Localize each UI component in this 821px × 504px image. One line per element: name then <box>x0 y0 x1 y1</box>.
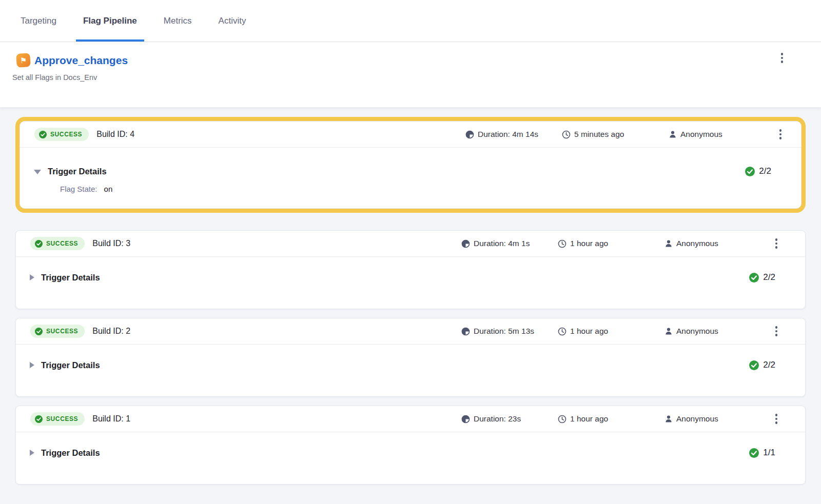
status-label: SUCCESS <box>46 328 78 335</box>
caret-icon[interactable] <box>34 170 41 174</box>
status-badge: SUCCESS <box>30 237 85 250</box>
build-time: 1 hour ago <box>558 318 608 344</box>
page-title[interactable]: Approve_changes <box>34 54 128 67</box>
duration-icon <box>461 327 470 336</box>
tab-label: Metrics <box>164 16 192 26</box>
tab-activity[interactable]: Activity <box>211 0 253 42</box>
build-card-body: Trigger Details 2/2 <box>16 345 805 396</box>
time-ago-label: 1 hour ago <box>570 239 608 248</box>
build-card: SUCCESS Build ID: 4 Duration: 4m 14s 5 m… <box>19 121 802 209</box>
user-label: Anonymous <box>676 327 718 336</box>
user-icon <box>664 415 673 423</box>
count-label: 1/1 <box>763 448 775 458</box>
flag-state-label: Flag State: <box>60 185 97 193</box>
user-icon <box>664 327 673 335</box>
duration-label: Duration: 4m 14s <box>478 130 538 139</box>
build-time: 5 minutes ago <box>562 122 624 147</box>
trigger-details-toggle[interactable]: Trigger Details 2/2 <box>30 271 775 284</box>
status-badge: SUCCESS <box>30 325 85 338</box>
build-user: Anonymous <box>669 122 722 147</box>
build-duration: Duration: 4m 14s <box>465 122 538 147</box>
count-check-icon <box>749 448 759 458</box>
build-card-header: SUCCESS Build ID: 3 Duration: 4m 1s 1 ho… <box>16 231 805 257</box>
count-check-icon <box>749 360 759 370</box>
build-card: SUCCESS Build ID: 1 Duration: 23s 1 hour… <box>15 406 806 485</box>
caret-icon[interactable] <box>30 362 34 368</box>
build-time: 1 hour ago <box>558 406 608 432</box>
count-label: 2/2 <box>763 360 775 370</box>
stage-count-badge: 2/2 <box>745 166 771 176</box>
trigger-details-toggle[interactable]: Trigger Details 2/2 <box>34 165 771 177</box>
count-check-icon <box>749 273 759 283</box>
time-ago-label: 1 hour ago <box>570 327 608 336</box>
user-label: Anonymous <box>676 239 718 248</box>
user-icon <box>664 239 673 248</box>
build-card-body: Trigger Details 2/2 <box>16 257 805 309</box>
pipeline-header: ⚑ Approve_changes Set all Flags in Docs_… <box>0 42 821 107</box>
build-user: Anonymous <box>664 406 718 432</box>
build-kebab-menu-icon[interactable] <box>769 236 784 251</box>
build-card-header: SUCCESS Build ID: 1 Duration: 23s 1 hour… <box>16 406 805 432</box>
build-card-header: SUCCESS Build ID: 2 Duration: 5m 13s 1 h… <box>16 318 805 345</box>
build-user: Anonymous <box>664 231 718 256</box>
duration-icon <box>465 130 474 139</box>
build-card: SUCCESS Build ID: 2 Duration: 5m 13s 1 h… <box>15 318 806 397</box>
build-id-label: Build ID: 4 <box>96 130 134 139</box>
tab-label: Targeting <box>21 16 56 26</box>
caret-icon[interactable] <box>30 274 34 280</box>
build-card-body: Trigger Details 2/2 Flag State: on <box>20 148 801 208</box>
stage-count-badge: 1/1 <box>749 448 775 458</box>
build-duration: Duration: 23s <box>461 406 521 432</box>
time-ago-label: 5 minutes ago <box>574 130 624 139</box>
user-label: Anonymous <box>676 414 718 424</box>
build-duration: Duration: 5m 13s <box>461 318 534 344</box>
page-subtitle: Set all Flags in Docs_Env <box>12 73 806 82</box>
build-list: SUCCESS Build ID: 4 Duration: 4m 14s 5 m… <box>15 121 806 485</box>
tab-metrics[interactable]: Metrics <box>157 0 199 42</box>
build-id-label: Build ID: 1 <box>92 414 130 424</box>
build-kebab-menu-icon[interactable] <box>769 411 784 427</box>
tab-targeting[interactable]: Targeting <box>13 0 64 42</box>
user-label: Anonymous <box>680 130 722 139</box>
stage-count-badge: 2/2 <box>749 272 775 283</box>
build-kebab-menu-icon[interactable] <box>773 127 788 142</box>
build-card: SUCCESS Build ID: 3 Duration: 4m 1s 1 ho… <box>15 230 806 309</box>
status-badge: SUCCESS <box>34 128 89 141</box>
build-card-header: SUCCESS Build ID: 4 Duration: 4m 14s 5 m… <box>20 122 801 148</box>
flag-pipeline-panel: SUCCESS Build ID: 4 Duration: 4m 14s 5 m… <box>0 107 821 504</box>
status-check-icon <box>35 328 43 335</box>
status-label: SUCCESS <box>46 415 78 422</box>
time-icon <box>562 130 571 139</box>
duration-icon <box>461 415 470 424</box>
trigger-details-label: Trigger Details <box>48 167 107 176</box>
stage-count-badge: 2/2 <box>749 360 775 370</box>
build-id-label: Build ID: 2 <box>92 327 130 336</box>
build-user: Anonymous <box>664 318 718 344</box>
header-kebab-menu-icon[interactable] <box>775 50 789 66</box>
status-label: SUCCESS <box>46 240 78 247</box>
trigger-details-toggle[interactable]: Trigger Details 2/2 <box>30 359 775 371</box>
tab-flag-pipeline[interactable]: Flag Pipeline <box>76 0 144 42</box>
count-label: 2/2 <box>759 166 771 176</box>
time-ago-label: 1 hour ago <box>570 414 608 424</box>
user-icon <box>669 130 677 138</box>
trigger-details-label: Trigger Details <box>41 360 100 370</box>
caret-icon[interactable] <box>30 450 34 456</box>
status-check-icon <box>39 131 47 138</box>
time-icon <box>558 327 566 336</box>
status-label: SUCCESS <box>50 131 82 138</box>
trigger-details-toggle[interactable]: Trigger Details 1/1 <box>30 447 775 459</box>
feature-flag-icon: ⚑ <box>16 53 31 68</box>
count-check-icon <box>745 167 755 176</box>
flag-state-value: on <box>104 185 113 193</box>
build-time: 1 hour ago <box>558 231 608 256</box>
time-icon <box>558 415 566 424</box>
trigger-details-label: Trigger Details <box>41 448 100 458</box>
build-kebab-menu-icon[interactable] <box>769 324 784 339</box>
status-badge: SUCCESS <box>30 412 85 426</box>
flag-state-row: Flag State: on <box>60 183 771 195</box>
count-label: 2/2 <box>763 272 775 283</box>
build-duration: Duration: 4m 1s <box>461 231 530 256</box>
duration-label: Duration: 23s <box>474 414 521 424</box>
tab-label: Activity <box>219 16 246 26</box>
